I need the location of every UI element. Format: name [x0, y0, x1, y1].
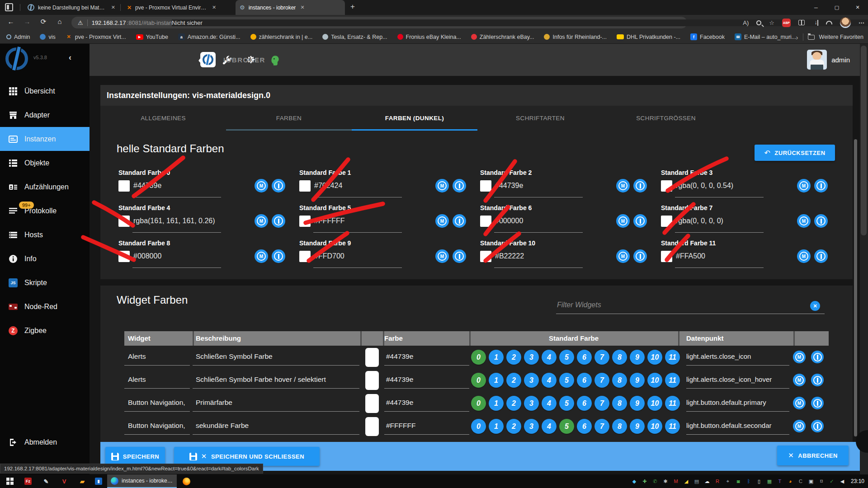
tab-close-icon[interactable]: ✕	[212, 5, 216, 10]
bookmark-item[interactable]: vis	[40, 34, 55, 40]
iobroker-default-icon[interactable]	[272, 249, 285, 263]
color-value-input[interactable]: rgba(0, 0, 0, 0.54)	[676, 182, 733, 190]
tab-farben[interactable]: FARBEN	[226, 106, 352, 131]
tab-close-icon[interactable]: ✕	[300, 5, 304, 10]
save-button[interactable]: SPEICHERN	[105, 447, 165, 466]
widget-description[interactable]: Schließen Symbol Farbe	[196, 352, 273, 361]
color-swatch[interactable]	[365, 394, 379, 413]
color-value-input[interactable]: #44739e	[386, 352, 413, 361]
menu-icon[interactable]: ⋯	[859, 19, 864, 26]
standard-color-chip-9[interactable]: 9	[630, 373, 645, 388]
standard-color-chip-8[interactable]: 8	[612, 419, 627, 434]
tray-icon-21[interactable]: ◀	[839, 478, 846, 485]
tray-icon-12[interactable]: ᛒ	[745, 478, 752, 485]
iobroker-default-icon[interactable]	[633, 214, 647, 228]
tray-icon-8[interactable]: ☁	[703, 478, 711, 485]
datapoint-input[interactable]: light.alerts.close_icon_hover	[686, 375, 790, 383]
materialdesign-default-icon[interactable]: M	[793, 420, 806, 432]
standard-color-chip-3[interactable]: 3	[524, 396, 539, 411]
standard-color-chip-6[interactable]: 6	[577, 419, 592, 434]
taskbar-clock[interactable]: 23:10	[851, 478, 864, 484]
standard-color-chip-2[interactable]: 2	[506, 396, 521, 411]
tray-icon-4[interactable]: ✱	[662, 478, 669, 485]
materialdesign-default-icon[interactable]: M	[797, 179, 811, 192]
color-value-input[interactable]: #702424	[314, 182, 342, 190]
standard-color-chip-8[interactable]: 8	[612, 396, 627, 411]
materialdesign-default-icon[interactable]: M	[255, 249, 268, 263]
downloads-icon[interactable]: ←	[812, 20, 818, 26]
standard-color-chip-10[interactable]: 10	[647, 373, 662, 388]
assistant-head-icon[interactable]	[269, 55, 281, 66]
iobroker-default-icon[interactable]	[814, 214, 828, 228]
tab-schriftarten[interactable]: SCHRIFTARTEN	[477, 106, 603, 131]
filezilla-icon[interactable]: Fz	[20, 474, 36, 488]
standard-color-chip-7[interactable]: 7	[594, 396, 609, 411]
standard-color-chip-5[interactable]: 5	[559, 350, 574, 365]
materialdesign-default-icon[interactable]: M	[793, 351, 806, 363]
tray-icon-3[interactable]: ✆	[651, 478, 659, 485]
sidebar-item-hosts[interactable]: Hosts	[0, 223, 90, 247]
color-swatch[interactable]	[661, 180, 672, 192]
sidebar-item-zigbee[interactable]: Z Zigbee	[0, 319, 90, 343]
iobroker-default-icon[interactable]	[453, 249, 466, 263]
widget-name[interactable]: Button Navigation,	[128, 422, 185, 430]
standard-color-chip-8[interactable]: 8	[612, 350, 627, 365]
standard-color-chip-1[interactable]: 1	[489, 396, 504, 411]
sidebar-item-uebersicht[interactable]: Übersicht	[0, 79, 90, 103]
standard-color-chip-9[interactable]: 9	[630, 419, 645, 434]
color-value-input[interactable]: #B22222	[495, 252, 524, 260]
datapoint-input[interactable]: light.button.default.primary	[686, 399, 790, 406]
datapoint-input[interactable]: light.alerts.close_icon	[686, 352, 790, 360]
tray-icon-6[interactable]: ◢	[683, 478, 690, 485]
maximize-button[interactable]: ▢	[826, 0, 847, 15]
color-value-input[interactable]: #FFFFFF	[386, 422, 415, 430]
browser-tab-active[interactable]: ⚙ instances - iobroker ✕	[236, 0, 345, 15]
sidebar-item-protokolle[interactable]: 99+ Protokolle	[0, 199, 90, 223]
color-swatch[interactable]	[480, 251, 491, 262]
color-swatch[interactable]	[299, 216, 311, 227]
standard-color-chip-11[interactable]: 11	[665, 350, 680, 365]
standard-color-chip-0[interactable]: 0	[471, 419, 486, 434]
standard-color-chip-7[interactable]: 7	[594, 350, 609, 365]
color-value-input[interactable]: #44739e	[133, 182, 161, 190]
sidebar-item-instanzen[interactable]: Instanzen	[0, 127, 90, 151]
color-swatch[interactable]	[480, 216, 491, 227]
tray-icon-18[interactable]: ▣	[807, 478, 815, 485]
bookmark-item[interactable]: DHL Privatkunden -...	[617, 34, 680, 40]
sidebar-item-info[interactable]: Info	[0, 247, 90, 271]
widget-description[interactable]: sekundäre Farbe	[196, 422, 249, 430]
standard-color-chip-7[interactable]: 7	[594, 419, 609, 434]
iobroker-default-icon[interactable]	[453, 214, 466, 228]
iobroker-default-icon[interactable]	[811, 397, 824, 409]
bookmark-item[interactable]: ✉E-Mail – auto_muri...	[735, 33, 796, 40]
tab-close-icon[interactable]: ✕	[111, 5, 115, 10]
datapoint-input[interactable]: light.button.default.secondar	[686, 422, 790, 429]
v-app-icon[interactable]: V	[56, 474, 72, 488]
standard-color-chip-1[interactable]: 1	[489, 373, 504, 388]
color-value-input[interactable]: #FFFFFF	[314, 217, 345, 225]
iobroker-default-icon[interactable]	[811, 420, 824, 432]
standard-color-chip-2[interactable]: 2	[506, 373, 521, 388]
color-value-input[interactable]: #44739e	[495, 182, 523, 190]
standard-color-chip-11[interactable]: 11	[665, 419, 680, 434]
materialdesign-default-icon[interactable]: M	[255, 179, 268, 192]
materialdesign-default-icon[interactable]: M	[793, 397, 806, 409]
widget-description[interactable]: Primärfarbe	[196, 399, 232, 407]
bookmark-item[interactable]: Fronius eBay Kleina...	[397, 34, 461, 40]
standard-color-chip-10[interactable]: 10	[647, 350, 662, 365]
reload-icon[interactable]: ⟳	[38, 18, 49, 26]
bookmark-item[interactable]: ✕pve - Proxmox Virt...	[66, 33, 126, 40]
bookmark-item[interactable]: Infos für Rheinland-...	[544, 34, 607, 40]
materialdesign-default-icon[interactable]: M	[616, 214, 630, 228]
color-swatch[interactable]	[118, 251, 130, 262]
bookmark-item[interactable]: Zählerschrank eBay...	[471, 34, 534, 40]
sidebar-item-aufzaehlungen[interactable]: Aufzählungen	[0, 175, 90, 199]
minimize-button[interactable]: ─	[806, 0, 826, 15]
file-explorer-icon[interactable]: ▰	[74, 474, 90, 488]
color-swatch[interactable]	[118, 216, 130, 227]
firefox-icon[interactable]	[178, 474, 194, 488]
iobroker-default-icon[interactable]	[272, 179, 285, 192]
taskbar-active-task[interactable]: instances - iobroker u...	[107, 474, 177, 488]
tab-schriftgroessen[interactable]: SCHRIFTGRÖSSEN	[603, 106, 729, 131]
pen-tool-icon[interactable]: ✎	[38, 474, 54, 488]
